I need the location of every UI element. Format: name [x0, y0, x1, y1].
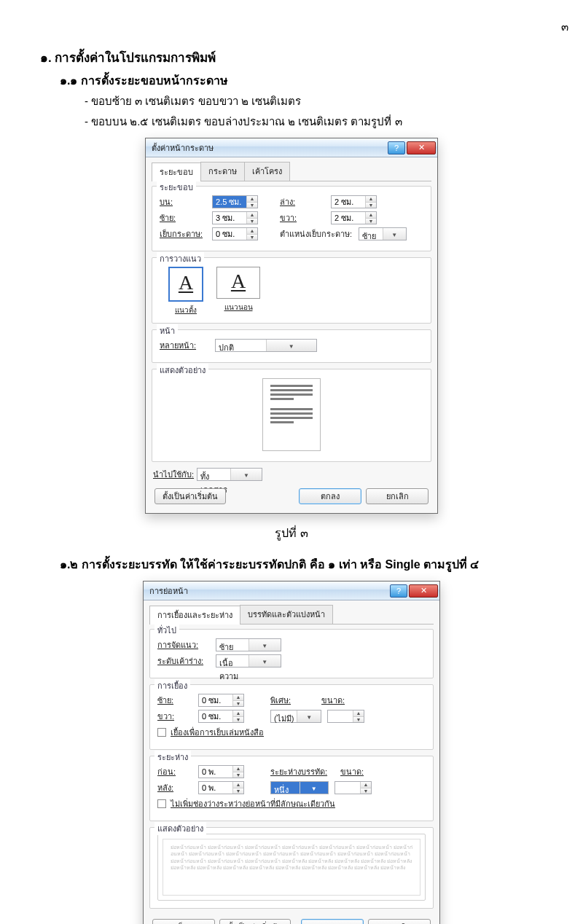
input-bottom[interactable] [332, 196, 365, 208]
help-button[interactable]: ? [388, 141, 405, 154]
checkbox-icon [157, 799, 166, 808]
orientation-portrait-label: แนวตั้ง [168, 305, 203, 316]
combo-apply[interactable]: ทั้งเอกสาร▼ [197, 468, 262, 481]
combo-gutter-pos[interactable]: ซ้าย▼ [359, 227, 407, 240]
tab-layout[interactable]: เค้าโครง [244, 162, 290, 181]
chevron-down-icon[interactable]: ▼ [233, 701, 243, 707]
checkbox-mirror-indent[interactable]: เยื้องเพื่อการเย็บเล่มหนังสือ [157, 726, 264, 739]
spin-right[interactable]: ▲▼ [331, 211, 377, 224]
input-at[interactable] [335, 782, 360, 794]
label-before: ก่อน: [157, 765, 198, 778]
group-label: แสดงตัวอย่าง [157, 364, 208, 377]
chevron-down-icon[interactable]: ▼ [249, 655, 281, 667]
spin-bottom[interactable]: ▲▼ [331, 195, 377, 208]
combo-value: ทั้งเอกสาร [197, 469, 230, 480]
orientation-landscape[interactable]: A [216, 267, 260, 299]
chevron-up-icon[interactable]: ▲ [361, 782, 371, 788]
chevron-up-icon[interactable]: ▲ [233, 710, 243, 717]
checkbox-no-space[interactable]: ไม่เพิ่มช่องว่างระหว่างย่อหน้าที่มีลักษณ… [157, 797, 335, 810]
chevron-up-icon[interactable]: ▲ [247, 196, 257, 203]
combo-multipage[interactable]: ปกติ▼ [215, 339, 317, 352]
chevron-down-icon[interactable]: ▼ [361, 788, 371, 794]
ok-button[interactable]: ตกลง [299, 488, 361, 504]
input-indent-right[interactable] [199, 710, 232, 722]
spin-top[interactable]: ▲▼ [212, 195, 258, 208]
chevron-down-icon[interactable]: ▼ [300, 782, 329, 794]
chevron-up-icon[interactable]: ▲ [233, 782, 243, 788]
close-button[interactable]: ✕ [407, 141, 436, 154]
preview-text: ย่อหน้าก่อนหน้า ย่อหน้าก่อนหน้า ย่อหน้าก… [163, 839, 420, 896]
tab-paper[interactable]: กระดาษ [200, 162, 245, 181]
chevron-down-icon[interactable]: ▼ [247, 235, 257, 240]
chevron-down-icon[interactable]: ▼ [230, 469, 262, 480]
set-default-button[interactable]: ตั้งเป็นค่าเริ่มต้น [219, 919, 291, 924]
combo-outline[interactable]: เนื้อความ▼ [216, 654, 281, 667]
set-default-button[interactable]: ตั้งเป็นค่าเริ่มต้น [154, 488, 226, 504]
chevron-down-icon[interactable]: ▼ [233, 788, 243, 794]
chevron-down-icon[interactable]: ▼ [249, 639, 281, 651]
input-after[interactable] [199, 782, 232, 794]
help-button[interactable]: ? [390, 584, 407, 598]
input-indent-left[interactable] [199, 694, 232, 706]
combo-special[interactable]: (ไม่มี)▼ [270, 710, 321, 723]
titlebar[interactable]: ตั้งค่าหน้ากระดาษ ? ✕ [146, 138, 437, 157]
chevron-up-icon[interactable]: ▲ [233, 766, 243, 772]
group-label: การวางแนว [157, 252, 204, 265]
tabs-button[interactable]: แท็บ... [152, 919, 215, 924]
chevron-up-icon[interactable]: ▲ [353, 710, 364, 717]
spin-gutter[interactable]: ▲▼ [212, 227, 258, 240]
chevron-down-icon[interactable]: ▼ [247, 219, 257, 224]
chevron-up-icon[interactable]: ▲ [233, 694, 243, 701]
group-pages: หน้า หลายหน้า: ปกติ▼ [152, 329, 431, 363]
input-gutter[interactable] [213, 228, 246, 240]
spin-indent-left[interactable]: ▲▼ [198, 694, 244, 707]
close-icon: ✕ [420, 586, 427, 595]
cancel-button[interactable]: ยกเลิก [368, 919, 431, 924]
spin-by[interactable]: ▲▼ [327, 710, 364, 723]
tab-indent-spacing[interactable]: การเยื้องและระยะห่าง [149, 606, 240, 625]
chevron-down-icon[interactable]: ▼ [366, 203, 376, 208]
combo-value: ซ้าย [359, 228, 383, 240]
chevron-up-icon[interactable]: ▲ [247, 228, 257, 235]
tab-margins[interactable]: ระยะขอบ [152, 163, 201, 181]
label-alignment: การจัดแนว: [157, 638, 216, 651]
combo-value: หนึ่งเท่า [271, 782, 300, 794]
paragraph-preview: ย่อหน้าก่อนหน้า ย่อหน้าก่อนหน้า ย่อหน้าก… [157, 834, 426, 901]
combo-line-spacing[interactable]: หนึ่งเท่า▼ [270, 781, 329, 794]
chevron-down-icon[interactable]: ▼ [366, 219, 376, 224]
label-gutter-pos: ตำแหน่งเย็บกระดาษ: [280, 227, 359, 240]
orientation-options: A แนวตั้ง A แนวนอน [168, 267, 423, 316]
combo-alignment[interactable]: ซ้าย▼ [216, 638, 281, 651]
close-button[interactable]: ✕ [409, 584, 438, 598]
chevron-down-icon[interactable]: ▼ [233, 772, 243, 778]
spin-left[interactable]: ▲▼ [212, 211, 258, 224]
ok-button[interactable]: ตกลง [301, 919, 364, 924]
body-text: - ขอบซ้าย ๓ เซนติเมตร ขอบขวา ๒ เซนติเมตร [85, 93, 554, 110]
chevron-up-icon[interactable]: ▲ [366, 212, 376, 219]
chevron-up-icon[interactable]: ▲ [366, 196, 376, 203]
orientation-portrait[interactable]: A [168, 267, 203, 302]
tab-line-breaks[interactable]: บรรทัดและตัวแบ่งหน้า [240, 605, 333, 624]
chevron-down-icon[interactable]: ▼ [383, 228, 407, 240]
input-left[interactable] [213, 212, 246, 224]
spin-before[interactable]: ▲▼ [198, 765, 244, 778]
spin-indent-right[interactable]: ▲▼ [198, 710, 244, 723]
chevron-down-icon[interactable]: ▼ [353, 717, 364, 723]
input-by[interactable] [328, 710, 353, 722]
chevron-down-icon[interactable]: ▼ [297, 710, 321, 722]
input-right[interactable] [332, 212, 365, 224]
chevron-up-icon[interactable]: ▲ [247, 212, 257, 219]
group-preview: แสดงตัวอย่าง ย่อหน้าก่อนหน้า ย่อหน้าก่อน… [149, 827, 434, 909]
input-before[interactable] [199, 766, 232, 778]
spin-at[interactable]: ▲▼ [334, 781, 372, 794]
cancel-button[interactable]: ยกเลิก [366, 488, 429, 504]
group-indent: การเยื้อง ซ้าย: ▲▼ พิเศษ: ขนาด: ขวา: ▲▼ … [149, 684, 434, 750]
titlebar[interactable]: การย่อหน้า ? ✕ [144, 582, 439, 600]
input-top[interactable] [213, 196, 246, 208]
spin-after[interactable]: ▲▼ [198, 781, 244, 794]
group-preview: แสดงตัวอย่าง [152, 369, 431, 462]
label-at: ขนาด: [340, 765, 364, 778]
chevron-down-icon[interactable]: ▼ [233, 717, 243, 723]
chevron-down-icon[interactable]: ▼ [247, 203, 257, 208]
chevron-down-icon[interactable]: ▼ [266, 340, 317, 351]
